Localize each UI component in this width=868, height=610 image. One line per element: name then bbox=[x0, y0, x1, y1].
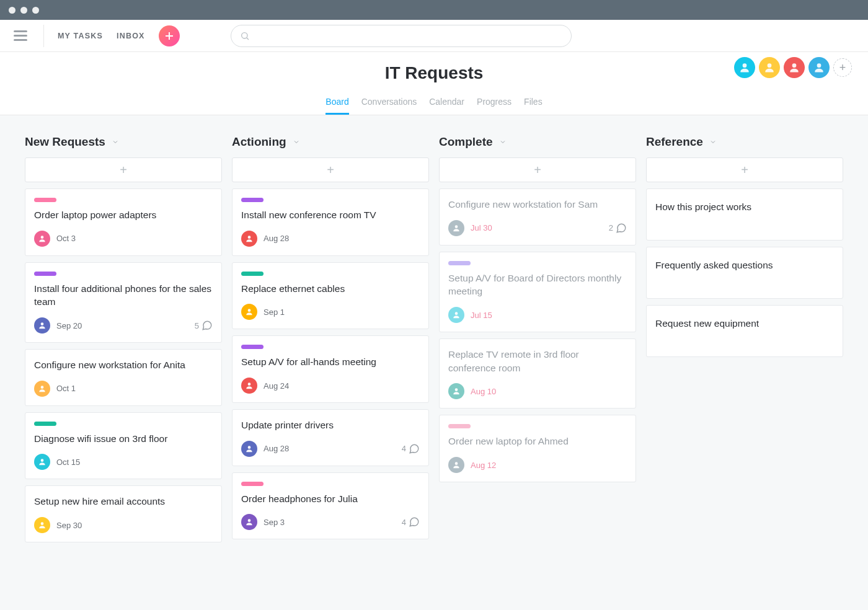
add-card-button[interactable]: + bbox=[439, 157, 636, 182]
card-title: Setup A/V for Board of Directors monthly… bbox=[448, 272, 627, 298]
task-card[interactable]: Configure new workstation for AnitaOct 1 bbox=[25, 349, 222, 406]
task-card[interactable]: Order new laptop for AhmedAug 12 bbox=[439, 415, 636, 482]
svg-point-15 bbox=[248, 382, 251, 386]
column-header[interactable]: Reference bbox=[646, 135, 843, 149]
nav-inbox[interactable]: INBOX bbox=[117, 32, 145, 40]
svg-point-14 bbox=[248, 309, 251, 312]
assignee-avatar bbox=[34, 517, 50, 533]
add-button[interactable] bbox=[159, 25, 180, 46]
due-date: Jul 15 bbox=[471, 311, 492, 320]
due-date: Sep 3 bbox=[264, 518, 285, 527]
task-card[interactable]: Request new equipment bbox=[646, 305, 843, 357]
column-header[interactable]: Complete bbox=[439, 135, 636, 149]
svg-point-9 bbox=[41, 322, 44, 325]
member-avatars: + bbox=[734, 57, 852, 78]
kanban-board: New Requests+Order laptop power adapters… bbox=[0, 115, 868, 568]
window-dot[interactable] bbox=[32, 7, 39, 14]
task-card[interactable]: Setup new hire email accountsSep 30 bbox=[25, 485, 222, 542]
column-header[interactable]: Actioning bbox=[232, 135, 429, 149]
card-footer: Oct 15 bbox=[34, 454, 213, 470]
due-date: Oct 15 bbox=[56, 457, 80, 467]
card-footer: Oct 3 bbox=[34, 231, 213, 247]
add-card-button[interactable]: + bbox=[25, 157, 222, 182]
card-title: Install new conference room TV bbox=[241, 208, 420, 222]
project-header: IT Requests + BoardConversationsCalendar… bbox=[0, 52, 868, 115]
card-footer: Sep 30 bbox=[34, 517, 213, 533]
card-tag bbox=[241, 482, 264, 486]
svg-point-19 bbox=[455, 312, 458, 315]
tab-progress[interactable]: Progress bbox=[477, 97, 512, 115]
task-card[interactable]: Frequently asked questions bbox=[646, 247, 843, 299]
card-title: Replace ethernet cables bbox=[241, 282, 420, 296]
assignee-avatar bbox=[241, 378, 257, 394]
due-date: Sep 30 bbox=[56, 521, 82, 530]
chevron-down-icon bbox=[293, 138, 300, 146]
task-card[interactable]: Install four additional phones for the s… bbox=[25, 262, 222, 343]
task-card[interactable]: Order headphones for JuliaSep 34 bbox=[232, 472, 429, 540]
add-card-button[interactable]: + bbox=[646, 157, 843, 182]
avatar[interactable] bbox=[808, 57, 830, 78]
task-card[interactable]: Setup A/V for all-hands meetingAug 24 bbox=[232, 335, 429, 403]
task-card[interactable]: Replace TV remote in 3rd floor conferenc… bbox=[439, 338, 636, 409]
column-title: Complete bbox=[439, 135, 493, 149]
svg-point-21 bbox=[455, 462, 458, 465]
assignee-avatar bbox=[34, 454, 50, 470]
tab-conversations[interactable]: Conversations bbox=[361, 97, 417, 115]
comment-count: 4 bbox=[402, 443, 420, 454]
tab-files[interactable]: Files bbox=[524, 97, 542, 115]
window-dot[interactable] bbox=[9, 7, 16, 14]
due-date: Jul 30 bbox=[471, 223, 492, 232]
board-column: Actioning+Install new conference room TV… bbox=[232, 135, 429, 549]
column-header[interactable]: New Requests bbox=[25, 135, 222, 149]
divider bbox=[43, 25, 44, 47]
board-column: New Requests+Order laptop power adapters… bbox=[25, 135, 222, 549]
task-card[interactable]: Diagnose wifi issue on 3rd floorOct 15 bbox=[25, 412, 222, 480]
task-card[interactable]: Configure new workstation for SamJul 302 bbox=[439, 188, 636, 245]
card-footer: Jul 302 bbox=[448, 220, 627, 236]
chevron-down-icon bbox=[499, 138, 507, 146]
card-tag bbox=[34, 272, 56, 276]
card-footer: Aug 10 bbox=[448, 383, 627, 399]
svg-point-2 bbox=[241, 32, 247, 38]
card-title: Configure new workstation for Anita bbox=[34, 358, 213, 372]
add-card-button[interactable]: + bbox=[232, 157, 429, 182]
card-tag bbox=[448, 261, 471, 265]
due-date: Aug 24 bbox=[264, 381, 289, 391]
task-card[interactable]: Replace ethernet cablesSep 1 bbox=[232, 262, 429, 330]
card-title: Replace TV remote in 3rd floor conferenc… bbox=[448, 348, 627, 374]
search-input[interactable] bbox=[231, 25, 572, 47]
card-title: Order headphones for Julia bbox=[241, 492, 420, 506]
task-card[interactable]: Order laptop power adaptersOct 3 bbox=[25, 188, 222, 256]
task-card[interactable]: Install new conference room TVAug 28 bbox=[232, 188, 429, 256]
avatar[interactable] bbox=[759, 57, 780, 78]
card-tag bbox=[241, 198, 264, 202]
avatar[interactable] bbox=[734, 57, 755, 78]
window-dot[interactable] bbox=[20, 7, 27, 14]
tab-board[interactable]: Board bbox=[326, 97, 348, 115]
nav-my-tasks[interactable]: MY TASKS bbox=[58, 32, 103, 40]
card-footer: Aug 28 bbox=[241, 231, 420, 247]
tab-calendar[interactable]: Calendar bbox=[429, 97, 464, 115]
card-tag bbox=[34, 422, 56, 426]
svg-point-20 bbox=[455, 389, 458, 392]
add-member-button[interactable]: + bbox=[833, 58, 852, 77]
assignee-avatar bbox=[241, 304, 257, 320]
task-card[interactable]: Update printer driversAug 284 bbox=[232, 409, 429, 466]
card-footer: Sep 34 bbox=[241, 514, 420, 530]
assignee-avatar bbox=[448, 383, 464, 399]
card-title: Configure new workstation for Sam bbox=[448, 198, 627, 211]
assignee-avatar bbox=[448, 220, 464, 236]
column-title: Actioning bbox=[232, 135, 286, 149]
due-date: Aug 28 bbox=[264, 444, 289, 453]
task-card[interactable]: Setup A/V for Board of Directors monthly… bbox=[439, 252, 636, 332]
task-card[interactable]: How this project works bbox=[646, 188, 843, 241]
hamburger-icon[interactable] bbox=[11, 28, 30, 43]
avatar[interactable] bbox=[784, 57, 805, 78]
svg-point-5 bbox=[768, 63, 772, 68]
assignee-avatar bbox=[448, 307, 464, 323]
svg-line-3 bbox=[246, 37, 248, 39]
assignee-avatar bbox=[241, 231, 257, 247]
comment-count: 2 bbox=[609, 223, 627, 234]
svg-point-8 bbox=[41, 236, 44, 239]
card-footer: Aug 284 bbox=[241, 441, 420, 457]
